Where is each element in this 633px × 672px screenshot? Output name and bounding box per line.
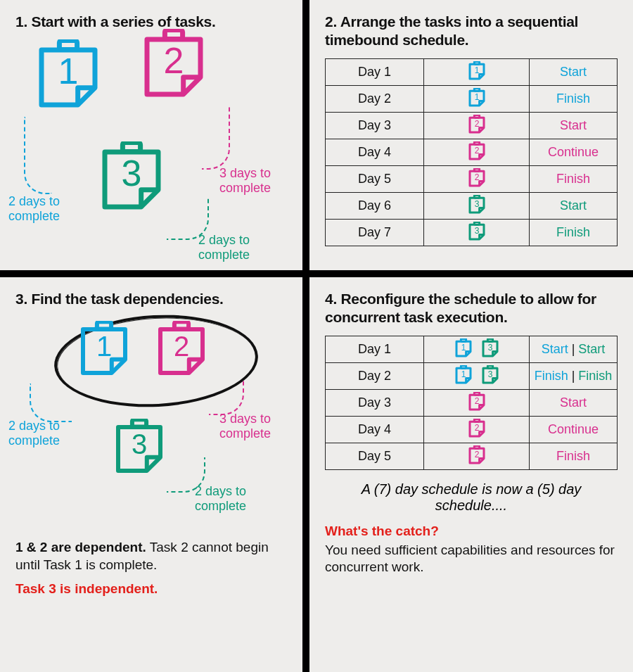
status-text: Finish bbox=[535, 369, 568, 383]
day-cell: Day 3 bbox=[326, 389, 424, 416]
svg-text:2: 2 bbox=[474, 172, 479, 182]
status-text: Finish bbox=[556, 172, 590, 186]
task-1-duration: 2 days to complete bbox=[8, 194, 72, 223]
day-cell: Day 2 bbox=[326, 362, 424, 389]
task-icon-cell: 3 bbox=[424, 192, 530, 219]
day-cell: Day 5 bbox=[326, 443, 424, 469]
day-cell: Day 1 bbox=[326, 336, 424, 362]
svg-text:3: 3 bbox=[487, 343, 492, 353]
svg-rect-16 bbox=[474, 196, 479, 198]
svg-text:3: 3 bbox=[474, 199, 479, 209]
svg-rect-6 bbox=[474, 62, 479, 65]
schedule-row: Day 21Finish bbox=[326, 85, 618, 112]
svg-rect-8 bbox=[474, 89, 479, 91]
status-text: Start bbox=[578, 342, 605, 356]
svg-rect-26 bbox=[461, 339, 466, 342]
independent-text: Task 3 is independent. bbox=[15, 581, 287, 597]
status-cell: Start bbox=[530, 112, 618, 139]
schedule-row: Day 42Continue bbox=[326, 139, 618, 165]
panel-2: 2. Arrange the tasks into a sequential t… bbox=[309, 0, 633, 277]
svg-rect-12 bbox=[474, 142, 479, 145]
connector-2 bbox=[202, 106, 230, 170]
clipboard-icon: 1 bbox=[453, 338, 474, 360]
clipboard-icon: 3 bbox=[466, 195, 487, 216]
svg-text:2: 2 bbox=[164, 41, 184, 82]
task-icon-cell: 13 bbox=[424, 336, 530, 362]
connector-1 bbox=[24, 117, 52, 194]
status-cell: Finish bbox=[530, 165, 618, 192]
svg-text:3: 3 bbox=[487, 369, 492, 379]
task-icon-cell: 2 bbox=[424, 443, 530, 469]
status-text: Finish bbox=[578, 369, 612, 383]
day-cell: Day 4 bbox=[326, 139, 424, 165]
svg-rect-14 bbox=[474, 169, 479, 172]
svg-text:1: 1 bbox=[474, 92, 479, 102]
clipboard-icon: 2 bbox=[466, 115, 487, 136]
svg-rect-0 bbox=[59, 41, 77, 50]
schedule-row: Day 11Start bbox=[326, 58, 618, 85]
task-2-icon: 2 bbox=[142, 29, 205, 99]
task-1-icon: 1 bbox=[79, 321, 129, 377]
status-cell: Finish | Finish bbox=[530, 362, 618, 389]
catch-title: What's the catch? bbox=[325, 524, 618, 539]
svg-rect-28 bbox=[487, 339, 492, 342]
panel-3-title: 3. Find the task dependencies. bbox=[15, 290, 287, 308]
day-cell: Day 5 bbox=[326, 165, 424, 192]
schedule-row: Day 32Start bbox=[326, 112, 618, 139]
svg-rect-34 bbox=[474, 393, 479, 395]
schedule-summary: A (7) day schedule is now a (5) day sche… bbox=[346, 481, 596, 514]
status-cell: Continue bbox=[530, 416, 618, 443]
svg-rect-38 bbox=[474, 446, 479, 449]
day-cell: Day 6 bbox=[326, 192, 424, 219]
svg-rect-30 bbox=[461, 366, 466, 369]
task-3-icon: 3 bbox=[100, 141, 163, 212]
svg-text:2: 2 bbox=[474, 146, 479, 156]
svg-rect-22 bbox=[174, 322, 188, 329]
status-cell: Start | Start bbox=[530, 336, 618, 362]
panel-1-stage: 1 2 3 2 days to complete 3 days to compl… bbox=[15, 39, 287, 258]
status-cell: Start bbox=[530, 58, 618, 85]
catch-body: You need sufficient capabilities and res… bbox=[325, 542, 618, 576]
clipboard-icon: 2 bbox=[466, 419, 487, 440]
task-icon-cell: 2 bbox=[424, 416, 530, 443]
schedule-row: Day 213Finish | Finish bbox=[326, 362, 618, 389]
svg-text:3: 3 bbox=[132, 429, 147, 460]
svg-text:1: 1 bbox=[461, 369, 466, 379]
status-cell: Finish bbox=[530, 219, 618, 246]
day-cell: Day 7 bbox=[326, 219, 424, 246]
task-3-icon: 3 bbox=[114, 419, 165, 475]
panel-3: 3. Find the task dependencies. 1 2 3 2 d… bbox=[0, 277, 309, 672]
task-1-icon: 1 bbox=[37, 39, 100, 110]
day-cell: Day 3 bbox=[326, 112, 424, 139]
clipboard-icon: 2 bbox=[466, 445, 487, 467]
svg-text:2: 2 bbox=[474, 423, 479, 433]
schedule-row: Day 52Finish bbox=[326, 165, 618, 192]
status-text: Continue bbox=[548, 422, 599, 436]
task-icon-cell: 1 bbox=[424, 85, 530, 112]
status-text: Finish bbox=[556, 225, 590, 239]
panel-1: 1. Start with a series of tasks. 1 2 3 2… bbox=[0, 0, 309, 277]
status-text: Start bbox=[560, 118, 587, 132]
status-cell: Finish bbox=[530, 85, 618, 112]
svg-text:2: 2 bbox=[174, 331, 189, 362]
clipboard-icon: 2 bbox=[466, 168, 487, 189]
schedule-sequential-table: Day 11StartDay 21FinishDay 32StartDay 42… bbox=[325, 58, 618, 246]
clipboard-icon: 2 bbox=[466, 392, 487, 413]
status-cell: Start bbox=[530, 389, 618, 416]
schedule-concurrent-table: Day 113Start | StartDay 213Finish | Fini… bbox=[325, 336, 618, 470]
clipboard-icon: 1 bbox=[466, 88, 487, 109]
status-text: Continue bbox=[548, 145, 599, 159]
svg-text:1: 1 bbox=[58, 51, 79, 92]
dependency-text: 1 & 2 are dependent. Task 2 cannot begin… bbox=[15, 539, 287, 573]
day-cell: Day 4 bbox=[326, 416, 424, 443]
day-cell: Day 1 bbox=[326, 58, 424, 85]
status-text: Start bbox=[560, 65, 587, 79]
panel-4: 4. Reconfigure the schedule to allow for… bbox=[309, 277, 633, 672]
task-icon-cell: 3 bbox=[424, 219, 530, 246]
schedule-row: Day 73Finish bbox=[326, 219, 618, 246]
panel-2-title: 2. Arrange the tasks into a sequential t… bbox=[325, 13, 618, 50]
svg-text:1: 1 bbox=[96, 331, 112, 362]
svg-text:3: 3 bbox=[474, 226, 479, 236]
clipboard-icon: 3 bbox=[466, 222, 487, 243]
day-cell: Day 2 bbox=[326, 85, 424, 112]
